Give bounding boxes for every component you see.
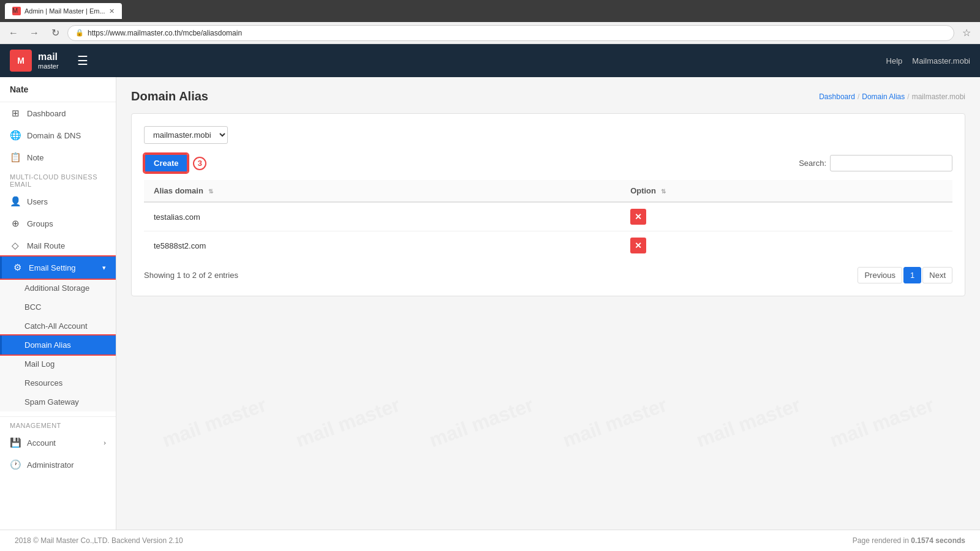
email-setting-arrow: ▾	[102, 264, 106, 272]
th-option: Option ⇅	[620, 180, 952, 202]
section-label-mbe: Multi-Cloud Business Email	[0, 168, 116, 190]
domain-dns-icon: 🌐	[10, 130, 21, 141]
step3-badge: 3	[193, 157, 206, 170]
watermark-11: mail master	[693, 393, 804, 452]
hamburger-menu[interactable]: ☰	[77, 53, 88, 68]
delete-button-1[interactable]: ✕	[630, 209, 646, 225]
tab-close-button[interactable]: ✕	[109, 7, 115, 15]
submenu-bcc[interactable]: BCC	[0, 298, 116, 317]
lock-icon: 🔒	[75, 29, 84, 37]
groups-icon: ⊕	[10, 218, 21, 229]
footer-render: Page rendered in 0.1574 seconds	[853, 536, 965, 545]
breadcrumb-mailmaster: mailmaster.mobi	[912, 92, 965, 101]
alias-domain-table: Alias domain ⇅ Option ⇅ testalias.com	[144, 180, 952, 260]
account-icon: 💾	[10, 437, 21, 448]
create-button[interactable]: Create	[144, 154, 188, 173]
url-text: https://www.mailmaster.co.th/mcbe/aliasd…	[88, 29, 242, 37]
table-body: testalias.com ✕ te5888st2.com ✕	[144, 202, 952, 260]
toolbar-left: Create 3	[144, 154, 206, 173]
sidebar-item-groups[interactable]: ⊕ Groups	[0, 212, 116, 234]
search-row: Search:	[799, 155, 952, 171]
sidebar-item-account[interactable]: 💾 Account ›	[0, 432, 116, 454]
dashboard-icon: ⊞	[10, 108, 21, 119]
table-header-row: Alias domain ⇅ Option ⇅	[144, 180, 952, 202]
sidebar-label-email-setting: Email Setting	[29, 263, 76, 272]
address-bar[interactable]: 🔒 https://www.mailmaster.co.th/mcbe/alia…	[67, 25, 954, 41]
footer: 2018 © Mail Master Co.,LTD. Backend Vers…	[0, 530, 980, 551]
sidebar-user: Nate	[0, 77, 116, 102]
breadcrumb-domain-alias[interactable]: Domain Alias	[862, 92, 905, 101]
sidebar-item-email-setting[interactable]: ⚙ Email Setting ▾ 1	[0, 257, 116, 279]
sidebar-label-dashboard: Dashboard	[27, 109, 66, 118]
sort-alias-icon[interactable]: ⇅	[208, 188, 213, 195]
email-setting-submenu: Additional Storage BCC Catch-All Account…	[0, 279, 116, 411]
submenu-domain-alias[interactable]: Domain Alias 2	[0, 335, 116, 354]
watermark-9: mail master	[426, 393, 537, 452]
cell-option-2: ✕	[620, 231, 952, 260]
bookmark-button[interactable]: ☆	[958, 24, 975, 42]
note-icon: 📋	[10, 152, 21, 163]
watermark-10: mail master	[560, 393, 670, 452]
forward-button[interactable]: →	[26, 24, 43, 42]
cell-alias-domain-2: te5888st2.com	[144, 231, 620, 260]
browser-navbar: ← → ↻ 🔒 https://www.mailmaster.co.th/mcb…	[0, 22, 980, 44]
sidebar: Nate ⊞ Dashboard 🌐 Domain & DNS 📋 Note M…	[0, 77, 116, 530]
page-header: Domain Alias Dashboard / Domain Alias / …	[131, 89, 965, 103]
tab-title: Admin | Mail Master | Em...	[24, 7, 105, 15]
logo-icon: M	[10, 50, 32, 72]
sidebar-item-users[interactable]: 👤 Users	[0, 190, 116, 212]
submenu-mail-log[interactable]: Mail Log	[0, 354, 116, 373]
table-row: testalias.com ✕	[144, 202, 952, 231]
site-link[interactable]: Mailmaster.mobi	[912, 56, 970, 66]
domain-selector-row: mailmaster.mobi	[144, 126, 952, 144]
mail-route-icon: ◇	[10, 240, 21, 251]
reload-button[interactable]: ↻	[47, 24, 64, 42]
domain-select[interactable]: mailmaster.mobi	[144, 126, 228, 144]
browser-tab[interactable]: M Admin | Mail Master | Em... ✕	[5, 3, 122, 19]
footer-copyright: 2018 © Mail Master Co.,LTD. Backend Vers…	[15, 536, 183, 545]
th-option-label: Option	[630, 186, 656, 195]
sidebar-item-dashboard[interactable]: ⊞ Dashboard	[0, 102, 116, 124]
table-head: Alias domain ⇅ Option ⇅	[144, 180, 952, 202]
logo-letter: M	[17, 56, 24, 66]
content-area: mail master mail master mail master mail…	[116, 77, 980, 530]
previous-button[interactable]: Previous	[858, 267, 902, 283]
sort-option-icon[interactable]: ⇅	[661, 188, 666, 195]
watermark-8: mail master	[293, 393, 403, 452]
help-link[interactable]: Help	[886, 56, 903, 66]
page-1-button[interactable]: 1	[903, 267, 921, 283]
top-navbar: M mail master ☰ Help Mailmaster.mobi	[0, 44, 980, 77]
administrator-icon: 🕐	[10, 459, 21, 470]
sidebar-item-note[interactable]: 📋 Note	[0, 146, 116, 168]
search-input[interactable]	[830, 155, 952, 171]
breadcrumb: Dashboard / Domain Alias / mailmaster.mo…	[819, 92, 965, 101]
sidebar-label-mail-route: Mail Route	[27, 241, 65, 250]
sidebar-item-domain-dns[interactable]: 🌐 Domain & DNS	[0, 124, 116, 146]
breadcrumb-sep-2: /	[907, 92, 909, 101]
logo-text: mail master	[38, 51, 59, 70]
main-card: mailmaster.mobi Create 3 Search:	[131, 113, 965, 296]
pagination-row: Showing 1 to 2 of 2 entries Previous 1 N…	[144, 267, 952, 283]
logo-area: M mail master ☰	[10, 50, 88, 72]
sidebar-label-administrator: Administrator	[27, 460, 74, 470]
main-content: Nate ⊞ Dashboard 🌐 Domain & DNS 📋 Note M…	[0, 77, 980, 530]
submenu-catch-all-account[interactable]: Catch-All Account	[0, 317, 116, 335]
app-wrapper: M mail master ☰ Help Mailmaster.mobi Nat…	[0, 44, 980, 551]
delete-button-2[interactable]: ✕	[630, 238, 646, 253]
submenu-resources[interactable]: Resources	[0, 373, 116, 392]
watermark-7: mail master	[159, 393, 270, 452]
entries-count: Showing 1 to 2 of 2 entries	[144, 271, 238, 280]
toolbar-row: Create 3 Search:	[144, 154, 952, 173]
back-button[interactable]: ←	[5, 24, 22, 42]
breadcrumb-dashboard[interactable]: Dashboard	[819, 92, 855, 101]
submenu-additional-storage[interactable]: Additional Storage	[0, 279, 116, 298]
section-label-management: Management	[0, 417, 116, 432]
sidebar-label-domain-dns: Domain & DNS	[27, 131, 81, 140]
next-button[interactable]: Next	[922, 267, 952, 283]
sidebar-item-administrator[interactable]: 🕐 Administrator	[0, 454, 116, 476]
sidebar-item-mail-route[interactable]: ◇ Mail Route	[0, 234, 116, 257]
sidebar-label-account: Account	[27, 438, 56, 448]
pagination: Previous 1 Next	[858, 267, 952, 283]
submenu-spam-gateway[interactable]: Spam Gateway	[0, 392, 116, 411]
account-arrow: ›	[104, 439, 106, 446]
